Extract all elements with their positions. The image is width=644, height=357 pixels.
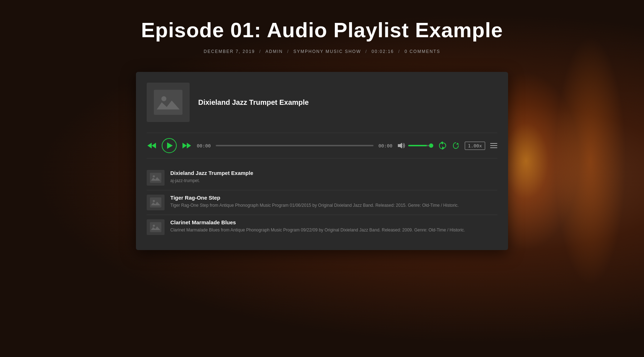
playlist-track-desc-3: Clarinet Marmalade Blues from Antique Ph… [170, 227, 497, 233]
refresh-icon [452, 142, 460, 150]
svg-point-9 [153, 175, 155, 177]
fast-forward-icon [182, 142, 192, 149]
playlist-item[interactable]: Clarinet Marmalade Blues Clarinet Marmal… [147, 215, 497, 239]
rewind-icon [147, 142, 157, 149]
refresh-button[interactable] [452, 142, 460, 150]
playlist-track-name-3: Clarinet Marmalade Blues [170, 219, 497, 225]
menu-icon [490, 143, 497, 148]
meta-sep-1: / [259, 49, 261, 54]
play-icon [167, 142, 173, 149]
controls-bar: 00:00 00:00 [147, 133, 497, 158]
playlist-thumb-icon-1 [150, 173, 161, 183]
playlist-thumb-1 [147, 170, 165, 186]
volume-fill [408, 145, 427, 146]
meta-duration: 00:02:16 [372, 49, 394, 54]
loop-icon [438, 142, 447, 150]
svg-rect-10 [150, 197, 161, 207]
menu-button[interactable] [490, 143, 497, 148]
meta-show[interactable]: SYMPHONY MUSIC SHOW [293, 49, 361, 54]
svg-point-1 [161, 96, 166, 101]
svg-marker-3 [152, 143, 156, 148]
volume-icon [397, 142, 405, 149]
svg-rect-0 [154, 90, 182, 115]
playlist-thumb-icon-2 [150, 197, 161, 207]
playlist-item[interactable]: Tiger Rag-One Step Tiger Rag-One Step fr… [147, 190, 497, 215]
album-art-placeholder-icon [154, 90, 182, 115]
meta-comments[interactable]: 0 COMMENTS [405, 49, 440, 54]
volume-slider[interactable] [408, 145, 433, 146]
playlist-thumb-2 [147, 195, 165, 210]
time-total: 00:00 [379, 143, 392, 148]
fast-forward-button[interactable] [182, 142, 192, 149]
loop-button[interactable] [438, 142, 447, 150]
meta-bar: DECEMBER 7, 2019 / ADMIN / SYMPHONY MUSI… [204, 49, 440, 54]
meta-date: DECEMBER 7, 2019 [204, 49, 255, 54]
meta-sep-3: / [365, 49, 367, 54]
svg-marker-7 [456, 143, 459, 145]
page-title: Episode 01: Audio Playlist Example [141, 18, 503, 42]
playlist-item[interactable]: Dixieland Jazz Trumpet Example aj-jazz-t… [147, 166, 497, 190]
playlist-thumb-icon-3 [150, 222, 161, 232]
playlist-info-2: Tiger Rag-One Step Tiger Rag-One Step fr… [170, 195, 497, 209]
playlist: Dixieland Jazz Trumpet Example aj-jazz-t… [147, 166, 497, 239]
play-button[interactable] [162, 138, 177, 153]
meta-sep-4: / [398, 49, 400, 54]
playlist-track-desc-2: Tiger Rag-One Step from Antique Phonogra… [170, 202, 497, 209]
now-playing-section: Dixieland Jazz Trumpet Example [147, 83, 497, 122]
volume-thumb[interactable] [429, 143, 433, 148]
current-album-art [147, 83, 190, 122]
meta-sep-2: / [287, 49, 289, 54]
audio-player: Dixieland Jazz Trumpet Example [136, 72, 508, 250]
svg-marker-4 [182, 143, 187, 148]
current-track-title: Dixieland Jazz Trumpet Example [198, 98, 309, 107]
svg-point-13 [153, 225, 155, 227]
speed-button[interactable]: 1.00x [465, 142, 485, 150]
svg-marker-2 [147, 143, 152, 148]
playlist-track-name-1: Dixieland Jazz Trumpet Example [170, 170, 497, 176]
playlist-thumb-3 [147, 219, 165, 235]
playlist-track-desc-1: aj-jazz-trumpet. [170, 177, 497, 184]
progress-bar[interactable] [216, 145, 374, 146]
playlist-info-1: Dixieland Jazz Trumpet Example aj-jazz-t… [170, 170, 497, 184]
svg-marker-6 [398, 143, 402, 148]
playlist-track-name-2: Tiger Rag-One Step [170, 195, 497, 201]
volume-section [397, 142, 433, 149]
meta-author[interactable]: ADMIN [265, 49, 283, 54]
svg-point-11 [153, 200, 155, 202]
volume-button[interactable] [397, 142, 405, 149]
time-current: 00:00 [197, 143, 211, 148]
playlist-info-3: Clarinet Marmalade Blues Clarinet Marmal… [170, 219, 497, 233]
svg-marker-5 [187, 143, 191, 148]
rewind-button[interactable] [147, 142, 157, 149]
svg-rect-12 [150, 222, 161, 232]
svg-rect-8 [150, 173, 161, 183]
